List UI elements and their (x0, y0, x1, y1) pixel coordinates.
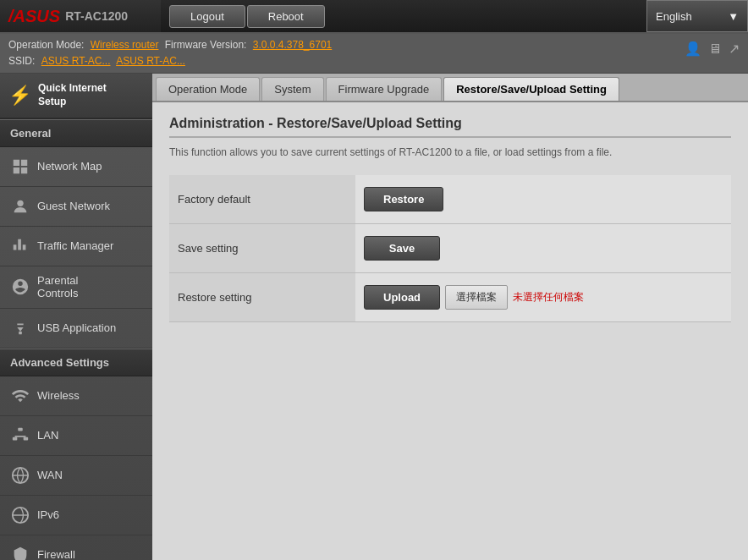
guest-network-label: Guest Network (37, 200, 110, 213)
file-input-area: Upload 選擇檔案 未選擇任何檔案 (364, 285, 723, 310)
quick-setup-label: Quick InternetSetup (38, 82, 107, 108)
factory-default-label: Factory default (169, 175, 355, 224)
sidebar-item-ipv6[interactable]: IPv6 (0, 496, 152, 535)
factory-default-row: Factory default Restore (169, 175, 731, 224)
save-setting-label: Save setting (169, 224, 355, 273)
sidebar-item-firewall[interactable]: Firewall (0, 535, 152, 560)
svg-rect-3 (13, 437, 18, 441)
sidebar-item-usb-application[interactable]: USB Application (0, 309, 152, 349)
wan-label: WAN (37, 469, 63, 482)
lightning-icon: ⚡ (8, 85, 31, 107)
content-area: Operation Mode System Firmware Upgrade R… (152, 74, 748, 560)
wireless-label: Wireless (37, 389, 80, 403)
sidebar-item-wan[interactable]: WAN (0, 456, 152, 496)
tab-operation-mode[interactable]: Operation Mode (156, 77, 260, 101)
header: /ASUS RT-AC1200 Logout Reboot English ▼ (0, 0, 748, 34)
upload-button[interactable]: Upload (364, 285, 440, 310)
settings-table: Factory default Restore Save setting Sav… (169, 175, 731, 322)
firewall-label: Firewall (37, 548, 75, 560)
firewall-icon (8, 543, 32, 560)
choose-file-button[interactable]: 選擇檔案 (445, 285, 508, 310)
page-title: Administration - Restore/Save/Upload Set… (169, 116, 731, 138)
restore-setting-cell: Upload 選擇檔案 未選擇任何檔案 (355, 273, 731, 322)
wan-icon (8, 464, 32, 487)
operation-mode-label: Operation Mode: (8, 39, 84, 51)
logo-asus: /ASUS (8, 7, 60, 26)
guest-icon (8, 195, 32, 218)
traffic-icon (8, 234, 32, 258)
factory-default-cell: Restore (355, 175, 731, 224)
parental-controls-label: ParentalControls (37, 274, 78, 300)
sidebar-item-parental-controls[interactable]: ParentalControls (0, 266, 152, 309)
lan-icon (8, 424, 32, 447)
tab-firmware-upgrade[interactable]: Firmware Upgrade (326, 77, 443, 101)
sidebar-item-lan[interactable]: LAN (0, 416, 152, 456)
info-bar: Operation Mode: Wireless router Firmware… (0, 34, 748, 74)
ssid-value2[interactable]: ASUS RT-AC... (116, 55, 185, 67)
language-selector[interactable]: English ▼ (646, 0, 748, 32)
page-content: Administration - Restore/Save/Upload Set… (152, 102, 748, 560)
operation-mode-line: Operation Mode: Wireless router Firmware… (8, 37, 332, 53)
general-section-label: General (0, 119, 152, 147)
page-description: This function allows you to save current… (169, 146, 731, 158)
operation-mode-value[interactable]: Wireless router (91, 39, 159, 51)
ipv6-label: IPv6 (37, 508, 59, 522)
reboot-button[interactable]: Reboot (247, 5, 325, 28)
svg-point-0 (17, 200, 23, 206)
save-setting-cell: Save (355, 224, 731, 273)
tab-restore-save[interactable]: Restore/Save/Upload Setting (443, 77, 619, 101)
usb-icon (8, 316, 32, 340)
share-icon[interactable]: ↗ (729, 41, 740, 57)
user-icon[interactable]: 👤 (685, 41, 701, 57)
wireless-icon (8, 384, 32, 408)
language-label: English (656, 10, 692, 23)
ssid-value1[interactable]: ASUS RT-AC... (41, 55, 111, 67)
tab-system[interactable]: System (261, 77, 323, 101)
usb-application-label: USB Application (37, 321, 116, 335)
ipv6-icon (8, 503, 32, 527)
logout-button[interactable]: Logout (169, 5, 245, 28)
ssid-label: SSID: (8, 55, 35, 67)
restore-button[interactable]: Restore (364, 187, 443, 211)
sidebar-item-traffic-manager[interactable]: Traffic Manager (0, 227, 152, 266)
map-icon (8, 155, 32, 178)
network-map-label: Network Map (37, 160, 102, 173)
sidebar: ⚡ Quick InternetSetup General Network Ma… (0, 74, 152, 560)
save-setting-row: Save setting Save (169, 224, 731, 273)
info-text: Operation Mode: Wireless router Firmware… (8, 37, 332, 69)
restore-setting-label: Restore setting (169, 273, 355, 322)
sidebar-item-guest-network[interactable]: Guest Network (0, 187, 152, 227)
file-name-display: 未選擇任何檔案 (513, 290, 584, 305)
main-layout: ⚡ Quick InternetSetup General Network Ma… (0, 74, 748, 560)
chevron-down-icon: ▼ (728, 10, 739, 23)
ssid-line: SSID: ASUS RT-AC... ASUS RT-AC... (8, 53, 332, 69)
tab-bar: Operation Mode System Firmware Upgrade R… (152, 74, 748, 102)
header-buttons: Logout Reboot (161, 5, 646, 28)
svg-rect-4 (24, 437, 28, 441)
sidebar-item-network-map[interactable]: Network Map (0, 147, 152, 187)
save-button[interactable]: Save (364, 236, 440, 261)
logo-area: /ASUS RT-AC1200 (0, 0, 161, 32)
advanced-section-label: Advanced Settings (0, 349, 152, 376)
logo-model: RT-AC1200 (65, 9, 128, 23)
info-icons: 👤 🖥 ↗ (685, 37, 740, 57)
quick-internet-setup[interactable]: ⚡ Quick InternetSetup (0, 74, 152, 118)
firmware-label: Firmware Version: (165, 39, 247, 51)
firmware-value[interactable]: 3.0.0.4.378_6701 (253, 39, 332, 51)
display-icon[interactable]: 🖥 (708, 41, 722, 57)
sidebar-item-wireless[interactable]: Wireless (0, 376, 152, 416)
svg-rect-2 (18, 428, 23, 431)
parental-icon (8, 275, 32, 299)
traffic-manager-label: Traffic Manager (37, 239, 113, 253)
svg-rect-1 (19, 331, 22, 334)
restore-setting-row: Restore setting Upload 選擇檔案 未選擇任何檔案 (169, 273, 731, 322)
lan-label: LAN (37, 429, 58, 442)
